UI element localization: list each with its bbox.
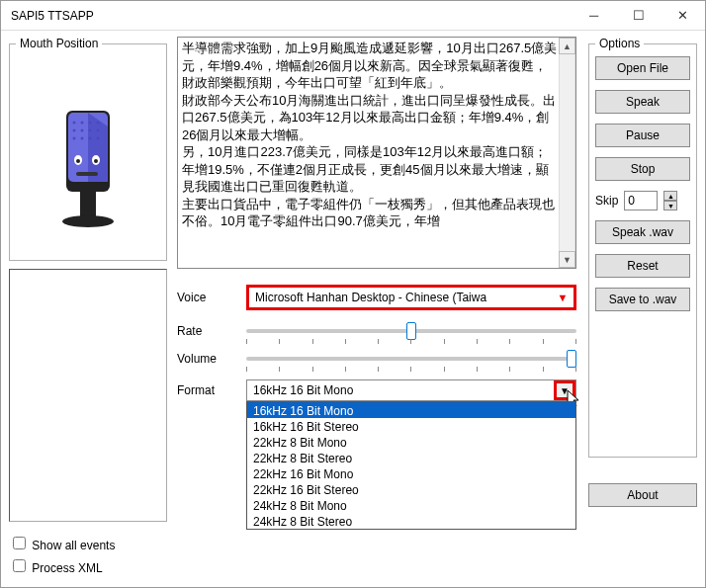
format-option[interactable]: 22kHz 16 Bit Stereo xyxy=(247,481,575,497)
show-all-events-checkbox[interactable]: Show all events xyxy=(9,534,167,552)
format-select[interactable]: 16kHz 16 Bit Mono ▼ xyxy=(246,379,576,401)
scrollbar-track[interactable] xyxy=(559,54,575,251)
speak-button[interactable]: Speak xyxy=(595,90,690,114)
maximize-button[interactable]: ☐ xyxy=(616,1,661,30)
format-option[interactable]: 22kHz 16 Bit Mono xyxy=(247,465,575,481)
format-selected-text: 16kHz 16 Bit Mono xyxy=(253,383,353,397)
scroll-up-button[interactable]: ▲ xyxy=(559,38,575,54)
voice-dropdown-arrow-icon[interactable]: ▼ xyxy=(554,290,572,305)
volume-label: Volume xyxy=(177,352,246,366)
format-option[interactable]: 16kHz 16 Bit Stereo xyxy=(247,418,575,434)
format-option[interactable]: 24kHz 8 Bit Mono xyxy=(247,497,575,513)
svg-point-1 xyxy=(62,215,114,227)
pause-button[interactable]: Pause xyxy=(595,124,690,147)
about-button[interactable]: About xyxy=(588,483,697,507)
svg-point-10 xyxy=(81,122,84,125)
skip-down-button[interactable]: ▼ xyxy=(663,201,677,210)
format-option[interactable]: 16kHz 16 Bit Mono xyxy=(247,402,575,418)
svg-point-14 xyxy=(81,129,84,132)
format-label: Format xyxy=(177,383,246,397)
rate-label: Rate xyxy=(177,324,246,338)
events-listbox[interactable] xyxy=(9,269,167,522)
minimize-button[interactable]: ─ xyxy=(572,1,616,30)
format-dropdown-button[interactable]: ▼ xyxy=(554,380,575,400)
skip-spinner[interactable]: ▲ ▼ xyxy=(663,191,677,210)
reset-button[interactable]: Reset xyxy=(595,254,690,278)
tts-text-area[interactable]: 半導體需求強勁，加上9月颱風造成遞延影響，10月出口267.5億美元，年增9.4… xyxy=(177,37,576,269)
process-xml-input[interactable] xyxy=(13,559,26,572)
voice-select[interactable]: Microsoft Hanhan Desktop - Chinese (Taiw… xyxy=(246,285,576,310)
close-button[interactable]: ✕ xyxy=(661,1,705,30)
show-all-events-input[interactable] xyxy=(13,537,26,549)
skip-label: Skip xyxy=(595,194,618,208)
format-option[interactable]: 24kHz 8 Bit Stereo xyxy=(247,513,575,529)
svg-point-7 xyxy=(94,159,98,163)
options-group: Options Open File Speak Pause Stop Skip … xyxy=(588,37,697,458)
volume-slider[interactable] xyxy=(246,357,576,361)
scroll-down-button[interactable]: ▼ xyxy=(559,251,575,268)
microphone-avatar-icon xyxy=(39,81,137,229)
open-file-button[interactable]: Open File xyxy=(595,56,690,80)
rate-slider-thumb[interactable] xyxy=(406,322,416,340)
svg-point-11 xyxy=(89,122,92,125)
svg-point-19 xyxy=(89,137,92,140)
titlebar: SAPI5 TTSAPP ─ ☐ ✕ xyxy=(1,1,705,31)
format-dropdown-list[interactable]: 16kHz 16 Bit Mono16kHz 16 Bit Stereo22kH… xyxy=(246,401,576,530)
options-legend: Options xyxy=(595,37,644,50)
voice-selected-text: Microsoft Hanhan Desktop - Chinese (Taiw… xyxy=(255,291,486,304)
format-option[interactable]: 22kHz 8 Bit Mono xyxy=(247,434,575,450)
skip-up-button[interactable]: ▲ xyxy=(663,191,677,201)
process-xml-checkbox[interactable]: Process XML xyxy=(9,556,167,575)
stop-button[interactable]: Stop xyxy=(595,157,690,181)
voice-label: Voice xyxy=(177,291,246,304)
mouth-position-group: Mouth Position xyxy=(9,37,167,261)
svg-point-20 xyxy=(97,137,100,140)
window-title: SAPI5 TTSAPP xyxy=(11,9,572,23)
svg-point-18 xyxy=(81,137,84,140)
svg-point-17 xyxy=(73,137,76,140)
mouth-avatar xyxy=(16,56,160,254)
svg-point-12 xyxy=(97,122,100,125)
svg-rect-8 xyxy=(76,172,98,176)
svg-point-16 xyxy=(97,129,100,132)
speak-wav-button[interactable]: Speak .wav xyxy=(595,220,690,244)
svg-rect-0 xyxy=(80,190,96,219)
save-wav-button[interactable]: Save to .wav xyxy=(595,288,690,311)
svg-point-6 xyxy=(76,159,80,163)
tts-text-content: 半導體需求強勁，加上9月颱風造成遞延影響，10月出口267.5億美元，年增9.4… xyxy=(178,38,575,232)
rate-slider[interactable] xyxy=(246,329,576,333)
skip-input[interactable] xyxy=(624,191,658,210)
svg-point-9 xyxy=(73,122,76,125)
volume-slider-thumb[interactable] xyxy=(567,350,576,368)
mouth-position-legend: Mouth Position xyxy=(16,37,102,50)
svg-point-15 xyxy=(89,129,92,132)
format-option[interactable]: 22kHz 8 Bit Stereo xyxy=(247,450,575,465)
svg-point-13 xyxy=(73,129,76,132)
